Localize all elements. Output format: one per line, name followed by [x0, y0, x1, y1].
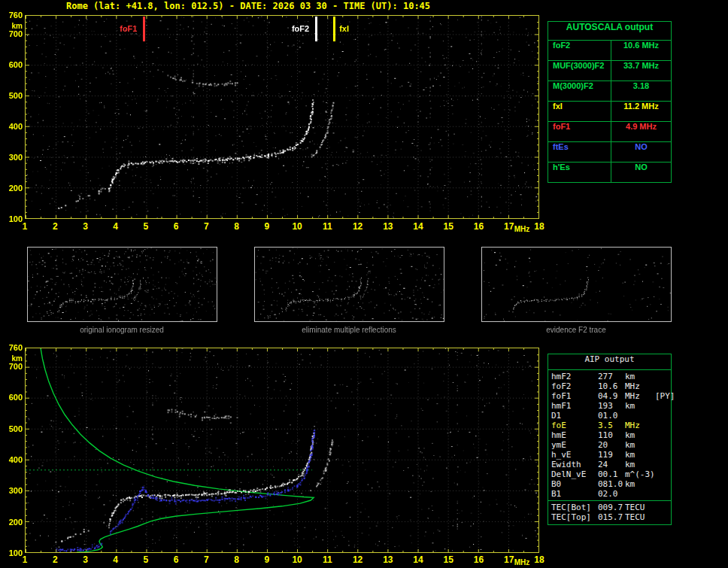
- y-axis-label-top-300: 300: [0, 153, 23, 162]
- aip-cell-name: D1: [551, 411, 598, 421]
- x-axis-unit-top: MHz: [514, 225, 530, 233]
- aip-cell-name: DelN_vE: [551, 469, 598, 479]
- y-axis-label-top-760: 760: [0, 11, 23, 20]
- aip-cell-unit: km: [625, 372, 655, 381]
- aip-cell-name: TEC[Bot]: [551, 503, 598, 512]
- aip-cell-unit: km: [625, 479, 655, 489]
- x-axis-label-top-17: 17: [504, 221, 514, 232]
- x-axis-label-bottom-18: 18: [534, 554, 544, 565]
- x-axis-label-top-11: 11: [323, 221, 332, 232]
- aip-row-Ewidth: Ewidth24km: [548, 460, 671, 469]
- y-axis-label-bottom-300: 300: [0, 486, 23, 495]
- x-axis-label-top-13: 13: [383, 221, 393, 232]
- autoscala-row-fxI: fxI11.2 MHz: [548, 102, 671, 122]
- aip-cell-value: 10.6: [598, 381, 625, 391]
- aip-cell-unit: TECU: [625, 503, 655, 512]
- aip-cell-extra: [655, 430, 668, 440]
- y-axis-unit-bottom: km: [0, 354, 23, 363]
- autoscala-row-M3000F2: M(3000)F23.18: [548, 81, 671, 102]
- aip-cell-extra: [655, 503, 668, 512]
- aip-cell-name: hmE: [551, 430, 598, 440]
- x-axis-label-bottom-13: 13: [383, 554, 393, 565]
- x-axis-label-bottom-9: 9: [265, 554, 270, 565]
- aip-row-foF1: foF104.9MHz[PY]: [548, 391, 671, 401]
- x-axis-label-bottom-1: 1: [23, 554, 28, 565]
- x-axis-label-top-4: 4: [113, 221, 118, 232]
- aip-cell-extra: [655, 479, 668, 489]
- autoscala-row-value: 11.2 MHz: [611, 102, 671, 121]
- aip-cell-unit: TECU: [625, 512, 655, 522]
- bottom-ionogram-plot: [25, 348, 539, 553]
- autoscala-row-label: fxI: [548, 102, 611, 121]
- x-axis-label-top-15: 15: [444, 221, 453, 232]
- x-axis-label-top-10: 10: [292, 221, 302, 232]
- aip-cell-value: 015.7: [598, 512, 625, 522]
- thumbnail-caption-0: original ionogram resized: [80, 326, 164, 334]
- aip-cell-extra: [655, 372, 668, 381]
- aip-cell-extra: [655, 440, 668, 450]
- y-axis-label-bottom-100: 100: [0, 548, 23, 557]
- thumbnail-caption-1: eliminate multiple reflections: [302, 326, 396, 334]
- x-axis-label-top-16: 16: [474, 221, 484, 232]
- aip-cell-name: foE: [551, 421, 598, 430]
- x-axis-label-bottom-17: 17: [504, 554, 514, 565]
- x-axis-label-bottom-4: 4: [113, 554, 118, 565]
- autoscala-row-label: h'Es: [548, 163, 611, 182]
- autoscala-row-label: MUF(3000)F2: [548, 61, 611, 80]
- aip-cell-extra: [655, 421, 668, 430]
- y-axis-label-top-700: 700: [0, 29, 23, 38]
- autoscala-output-panel: AUTOSCALA output foF210.6 MHzMUF(3000)F2…: [548, 21, 672, 183]
- aip-cell-value: 009.7: [598, 503, 625, 512]
- aip-cell-extra: [655, 401, 668, 411]
- y-axis-label-top-500: 500: [0, 91, 23, 100]
- x-axis-label-bottom-16: 16: [474, 554, 484, 565]
- y-axis-label-bottom-400: 400: [0, 455, 23, 464]
- aip-cell-extra: [655, 489, 668, 499]
- autoscala-row-value: NO: [611, 142, 671, 162]
- aip-cell-value: 277: [598, 372, 625, 381]
- x-axis-label-bottom-2: 2: [53, 554, 58, 565]
- aip-cell-unit: MHz: [625, 391, 655, 401]
- thumbnail-canvas-2: [482, 248, 671, 321]
- aip-cell-unit: km: [625, 460, 655, 469]
- top-ionogram-canvas: [26, 16, 538, 218]
- aip-cell-value: 00.1: [598, 469, 625, 479]
- marker-line-foF1: [143, 17, 145, 41]
- x-axis-label-bottom-5: 5: [144, 554, 149, 565]
- autoscala-row-label: M(3000)F2: [548, 81, 611, 101]
- x-axis-unit-bottom: MHz: [514, 558, 530, 566]
- aip-row-DelNvE: DelN_vE00.1m^(-3): [548, 469, 671, 479]
- aip-cell-value: 081.0: [598, 479, 625, 489]
- aip-cell-name: hmF2: [551, 372, 598, 381]
- y-axis-unit-top: km: [0, 22, 23, 30]
- aip-cell-value: 02.0: [598, 489, 625, 499]
- y-axis-label-top-400: 400: [0, 122, 23, 131]
- aip-row-B1: B102.0: [548, 489, 671, 499]
- marker-line-foF2: [315, 17, 317, 41]
- aip-cell-name: h_vE: [551, 450, 598, 460]
- thumbnail-canvas-1: [255, 248, 444, 321]
- autoscala-row-foF1: foF14.9 MHz: [548, 122, 671, 142]
- y-axis-label-bottom-200: 200: [0, 518, 23, 527]
- x-axis-label-bottom-15: 15: [444, 554, 453, 565]
- aip-row-D1: D101.0: [548, 411, 671, 421]
- thumbnail-1: [254, 247, 444, 322]
- autoscala-row-value: 10.6 MHz: [611, 41, 671, 60]
- x-axis-label-bottom-7: 7: [204, 554, 209, 565]
- aip-cell-unit: MHz: [625, 421, 655, 430]
- aip-cell-extra: [655, 450, 668, 460]
- x-axis-label-bottom-8: 8: [234, 554, 239, 565]
- thumbnail-2: [481, 247, 672, 322]
- aip-row-ymE: ymE20km: [548, 440, 671, 450]
- aip-row-B0: B0081.0km: [548, 479, 671, 489]
- aip-output-header: AIP output: [548, 354, 671, 370]
- y-axis-label-top-100: 100: [0, 214, 23, 223]
- aip-cell-value: 04.9: [598, 391, 625, 401]
- autoscala-output-header: AUTOSCALA output: [548, 22, 671, 41]
- aip-cell-value: 119: [598, 450, 625, 460]
- y-axis-label-bottom-700: 700: [0, 362, 23, 371]
- autoscala-row-label: foF1: [548, 122, 611, 141]
- autoscala-row-MUF3000F2: MUF(3000)F233.7 MHz: [548, 61, 671, 81]
- y-axis-label-bottom-500: 500: [0, 424, 23, 433]
- aip-cell-extra: [655, 411, 668, 421]
